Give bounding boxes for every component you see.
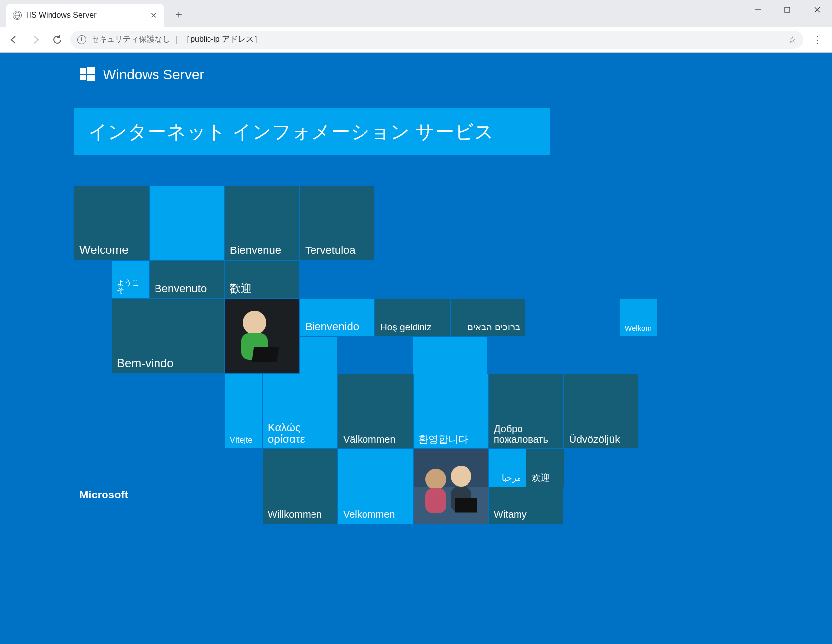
- tile-blank-2[interactable]: [300, 337, 337, 374]
- toolbar: i セキュリティ保護なし | ［public-ip アドレス］ ☆ ⋮: [0, 27, 832, 52]
- tile-bienvenido[interactable]: Bienvenido: [300, 299, 374, 336]
- back-button[interactable]: [5, 31, 23, 49]
- tile-velkommen[interactable]: Velkommen: [338, 449, 413, 524]
- tile-arabic[interactable]: مرحبا: [489, 449, 526, 487]
- browser-tab[interactable]: IIS Windows Server ✕: [6, 4, 164, 27]
- tile-hebrew[interactable]: ברוכים הבאים: [451, 299, 525, 336]
- tile-valkommen[interactable]: Välkommen: [338, 374, 413, 448]
- svg-point-12: [451, 466, 471, 487]
- svg-rect-14: [455, 498, 477, 513]
- tile-udvozoljuk[interactable]: Üdvözöljük: [564, 374, 638, 448]
- svg-point-5: [243, 311, 266, 335]
- forward-button[interactable]: [27, 31, 45, 49]
- close-window-button[interactable]: [802, 0, 832, 20]
- svg-point-10: [425, 469, 446, 490]
- minimize-button[interactable]: [743, 0, 773, 20]
- svg-rect-7: [252, 347, 279, 362]
- globe-icon: [13, 11, 22, 20]
- svg-rect-11: [425, 488, 446, 513]
- maximize-button[interactable]: [773, 0, 802, 20]
- page-content: Windows Server インターネット インフォメーション サービス We…: [0, 53, 832, 644]
- tiles-grid: Welcome Bienvenue Tervetuloa ようこそ Benven…: [74, 186, 669, 502]
- tile-huanying-simp[interactable]: 欢迎: [527, 449, 564, 487]
- person-laptop-icon: [225, 299, 299, 373]
- tile-welkom[interactable]: Welkom: [620, 299, 657, 336]
- banner-text: インターネット インフォメーション サービス: [88, 121, 494, 142]
- titlebar: IIS Windows Server ✕ ＋: [0, 0, 832, 27]
- bookmark-star-icon[interactable]: ☆: [788, 34, 796, 45]
- microsoft-footer[interactable]: Microsoft: [79, 489, 128, 501]
- security-status: セキュリティ保護なし: [91, 34, 170, 45]
- people-laptop-icon: [414, 449, 488, 524]
- tile-welcome-en[interactable]: Welcome: [74, 186, 149, 260]
- tile-dobro[interactable]: Добро пожаловать: [489, 374, 563, 448]
- microsoft-label: Microsoft: [79, 489, 128, 501]
- reload-button[interactable]: [49, 31, 66, 49]
- close-tab-icon[interactable]: ✕: [150, 11, 156, 20]
- tile-blank-1[interactable]: [150, 186, 224, 260]
- new-tab-button[interactable]: ＋: [169, 5, 188, 24]
- tile-willkommen[interactable]: Willkommen: [263, 449, 337, 524]
- page-header: Windows Server: [0, 53, 832, 83]
- tile-tervetuloa[interactable]: Tervetuloa: [300, 186, 374, 260]
- tile-kalos[interactable]: Καλώς ορίσατε: [263, 374, 337, 448]
- tile-hos[interactable]: Hoş geldiniz: [375, 299, 450, 336]
- tile-korean[interactable]: 환영합니다: [414, 374, 488, 448]
- window-controls: [743, 0, 832, 20]
- address-bar[interactable]: i セキュリティ保護なし | ［public-ip アドレス］ ☆: [70, 31, 803, 49]
- tile-bienvenue[interactable]: Bienvenue: [225, 186, 299, 260]
- page-banner: インターネット インフォメーション サービス: [74, 108, 550, 155]
- info-icon[interactable]: i: [77, 35, 86, 44]
- url-text: ［public-ip アドレス］: [182, 34, 261, 45]
- tile-image-1[interactable]: [225, 299, 299, 373]
- browser-chrome: IIS Windows Server ✕ ＋ i セキュリティ保: [0, 0, 832, 53]
- header-text: Windows Server: [103, 67, 204, 83]
- tile-blank-3[interactable]: [413, 337, 487, 374]
- tab-title: IIS Windows Server: [27, 11, 145, 20]
- omnibox-divider: |: [175, 35, 177, 44]
- tile-bemvindo[interactable]: Bem-vindo: [112, 299, 224, 373]
- tile-image-2[interactable]: [414, 449, 488, 524]
- windows-logo-icon: [80, 67, 95, 82]
- svg-rect-1: [785, 7, 790, 12]
- browser-menu-button[interactable]: ⋮: [807, 31, 827, 49]
- tile-huanying-trad[interactable]: 歡迎: [225, 261, 299, 298]
- tile-youkoso[interactable]: ようこそ: [112, 261, 149, 298]
- svg-rect-9: [414, 449, 488, 487]
- tile-vitejte[interactable]: Vítejte: [225, 374, 262, 448]
- tile-benvenuto[interactable]: Benvenuto: [150, 261, 224, 298]
